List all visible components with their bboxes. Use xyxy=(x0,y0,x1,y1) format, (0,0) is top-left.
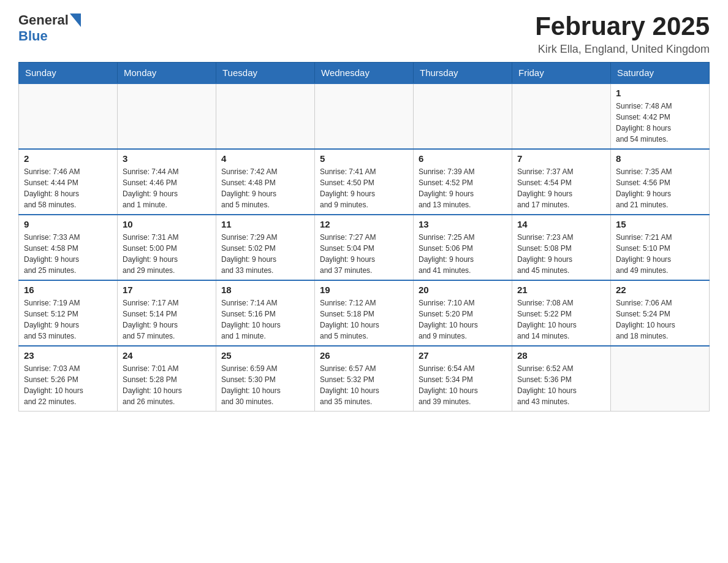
table-row: 13Sunrise: 7:25 AM Sunset: 5:06 PM Dayli… xyxy=(414,215,512,280)
table-row: 2Sunrise: 7:46 AM Sunset: 4:44 PM Daylig… xyxy=(19,149,118,215)
day-number: 4 xyxy=(221,153,309,164)
svg-marker-0 xyxy=(70,13,81,27)
day-info: Sunrise: 7:17 AM Sunset: 5:14 PM Dayligh… xyxy=(123,297,211,342)
logo-general: General xyxy=(18,12,69,28)
day-number: 22 xyxy=(616,285,704,295)
day-number: 20 xyxy=(419,285,507,295)
day-number: 28 xyxy=(517,350,605,361)
page-header: General Blue February 2025 Kirk Ella, En… xyxy=(18,12,710,56)
col-friday: Friday xyxy=(512,63,611,84)
day-number: 25 xyxy=(221,350,309,361)
day-info: Sunrise: 7:06 AM Sunset: 5:24 PM Dayligh… xyxy=(616,297,704,342)
day-info: Sunrise: 7:42 AM Sunset: 4:48 PM Dayligh… xyxy=(221,166,309,210)
table-row: 15Sunrise: 7:21 AM Sunset: 5:10 PM Dayli… xyxy=(611,215,710,280)
day-info: Sunrise: 6:54 AM Sunset: 5:34 PM Dayligh… xyxy=(419,363,507,407)
day-number: 12 xyxy=(320,219,408,229)
title-section: February 2025 Kirk Ella, England, United… xyxy=(535,12,710,56)
table-row: 7Sunrise: 7:37 AM Sunset: 4:54 PM Daylig… xyxy=(512,149,611,215)
day-number: 6 xyxy=(419,153,507,164)
day-info: Sunrise: 7:37 AM Sunset: 4:54 PM Dayligh… xyxy=(517,166,605,210)
day-number: 7 xyxy=(517,153,605,164)
table-row: 11Sunrise: 7:29 AM Sunset: 5:02 PM Dayli… xyxy=(216,215,315,280)
table-row: 3Sunrise: 7:44 AM Sunset: 4:46 PM Daylig… xyxy=(118,149,216,215)
day-number: 14 xyxy=(517,219,605,229)
day-info: Sunrise: 7:46 AM Sunset: 4:44 PM Dayligh… xyxy=(24,166,112,210)
logo-triangle-icon xyxy=(70,13,81,27)
table-row: 27Sunrise: 6:54 AM Sunset: 5:34 PM Dayli… xyxy=(414,346,512,412)
day-info: Sunrise: 7:01 AM Sunset: 5:28 PM Dayligh… xyxy=(123,363,211,407)
table-row: 4Sunrise: 7:42 AM Sunset: 4:48 PM Daylig… xyxy=(216,149,315,215)
day-info: Sunrise: 7:44 AM Sunset: 4:46 PM Dayligh… xyxy=(123,166,211,210)
day-info: Sunrise: 6:59 AM Sunset: 5:30 PM Dayligh… xyxy=(221,363,309,407)
table-row: 9Sunrise: 7:33 AM Sunset: 4:58 PM Daylig… xyxy=(19,215,118,280)
week-row-2: 2Sunrise: 7:46 AM Sunset: 4:44 PM Daylig… xyxy=(19,149,710,215)
table-row: 18Sunrise: 7:14 AM Sunset: 5:16 PM Dayli… xyxy=(216,280,315,346)
table-row: 14Sunrise: 7:23 AM Sunset: 5:08 PM Dayli… xyxy=(512,215,611,280)
col-sunday: Sunday xyxy=(19,63,118,84)
day-number: 10 xyxy=(123,219,211,229)
day-info: Sunrise: 7:25 AM Sunset: 5:06 PM Dayligh… xyxy=(419,232,507,276)
table-row: 28Sunrise: 6:52 AM Sunset: 5:36 PM Dayli… xyxy=(512,346,611,412)
day-number: 18 xyxy=(221,285,309,295)
week-row-3: 9Sunrise: 7:33 AM Sunset: 4:58 PM Daylig… xyxy=(19,215,710,280)
table-row: 10Sunrise: 7:31 AM Sunset: 5:00 PM Dayli… xyxy=(118,215,216,280)
col-wednesday: Wednesday xyxy=(315,63,414,84)
day-info: Sunrise: 7:35 AM Sunset: 4:56 PM Dayligh… xyxy=(616,166,704,210)
day-number: 2 xyxy=(24,153,112,164)
day-number: 16 xyxy=(24,285,112,295)
day-number: 26 xyxy=(320,350,408,361)
logo: General Blue xyxy=(18,12,81,44)
table-row: 20Sunrise: 7:10 AM Sunset: 5:20 PM Dayli… xyxy=(414,280,512,346)
day-info: Sunrise: 7:19 AM Sunset: 5:12 PM Dayligh… xyxy=(24,297,112,342)
day-info: Sunrise: 6:57 AM Sunset: 5:32 PM Dayligh… xyxy=(320,363,408,407)
calendar-subtitle: Kirk Ella, England, United Kingdom xyxy=(535,43,710,56)
table-row: 25Sunrise: 6:59 AM Sunset: 5:30 PM Dayli… xyxy=(216,346,315,412)
table-row xyxy=(315,83,414,149)
day-number: 19 xyxy=(320,285,408,295)
week-row-1: 1Sunrise: 7:48 AM Sunset: 4:42 PM Daylig… xyxy=(19,83,710,149)
day-number: 9 xyxy=(24,219,112,229)
week-row-5: 23Sunrise: 7:03 AM Sunset: 5:26 PM Dayli… xyxy=(19,346,710,412)
day-info: Sunrise: 7:21 AM Sunset: 5:10 PM Dayligh… xyxy=(616,232,704,276)
logo-blue: Blue xyxy=(18,28,48,44)
col-tuesday: Tuesday xyxy=(216,63,315,84)
table-row xyxy=(611,346,710,412)
header-row: Sunday Monday Tuesday Wednesday Thursday… xyxy=(19,63,710,84)
day-number: 13 xyxy=(419,219,507,229)
table-row xyxy=(216,83,315,149)
table-row: 12Sunrise: 7:27 AM Sunset: 5:04 PM Dayli… xyxy=(315,215,414,280)
table-row xyxy=(19,83,118,149)
col-monday: Monday xyxy=(118,63,216,84)
day-info: Sunrise: 7:12 AM Sunset: 5:18 PM Dayligh… xyxy=(320,297,408,342)
table-row: 19Sunrise: 7:12 AM Sunset: 5:18 PM Dayli… xyxy=(315,280,414,346)
day-info: Sunrise: 7:14 AM Sunset: 5:16 PM Dayligh… xyxy=(221,297,309,342)
day-info: Sunrise: 7:29 AM Sunset: 5:02 PM Dayligh… xyxy=(221,232,309,276)
day-number: 11 xyxy=(221,219,309,229)
day-number: 24 xyxy=(123,350,211,361)
table-row: 16Sunrise: 7:19 AM Sunset: 5:12 PM Dayli… xyxy=(19,280,118,346)
table-row xyxy=(118,83,216,149)
calendar-table: Sunday Monday Tuesday Wednesday Thursday… xyxy=(18,62,710,412)
day-info: Sunrise: 7:03 AM Sunset: 5:26 PM Dayligh… xyxy=(24,363,112,407)
day-info: Sunrise: 7:23 AM Sunset: 5:08 PM Dayligh… xyxy=(517,232,605,276)
day-info: Sunrise: 7:08 AM Sunset: 5:22 PM Dayligh… xyxy=(517,297,605,342)
table-row: 23Sunrise: 7:03 AM Sunset: 5:26 PM Dayli… xyxy=(19,346,118,412)
week-row-4: 16Sunrise: 7:19 AM Sunset: 5:12 PM Dayli… xyxy=(19,280,710,346)
day-info: Sunrise: 7:48 AM Sunset: 4:42 PM Dayligh… xyxy=(616,101,704,145)
table-row: 26Sunrise: 6:57 AM Sunset: 5:32 PM Dayli… xyxy=(315,346,414,412)
day-info: Sunrise: 7:39 AM Sunset: 4:52 PM Dayligh… xyxy=(419,166,507,210)
day-number: 17 xyxy=(123,285,211,295)
day-info: Sunrise: 7:10 AM Sunset: 5:20 PM Dayligh… xyxy=(419,297,507,342)
calendar-title: February 2025 xyxy=(535,12,710,40)
table-row: 8Sunrise: 7:35 AM Sunset: 4:56 PM Daylig… xyxy=(611,149,710,215)
day-number: 3 xyxy=(123,153,211,164)
day-number: 27 xyxy=(419,350,507,361)
day-number: 1 xyxy=(616,88,704,98)
day-info: Sunrise: 6:52 AM Sunset: 5:36 PM Dayligh… xyxy=(517,363,605,407)
table-row xyxy=(512,83,611,149)
table-row: 17Sunrise: 7:17 AM Sunset: 5:14 PM Dayli… xyxy=(118,280,216,346)
table-row: 21Sunrise: 7:08 AM Sunset: 5:22 PM Dayli… xyxy=(512,280,611,346)
table-row: 1Sunrise: 7:48 AM Sunset: 4:42 PM Daylig… xyxy=(611,83,710,149)
col-saturday: Saturday xyxy=(611,63,710,84)
table-row: 6Sunrise: 7:39 AM Sunset: 4:52 PM Daylig… xyxy=(414,149,512,215)
